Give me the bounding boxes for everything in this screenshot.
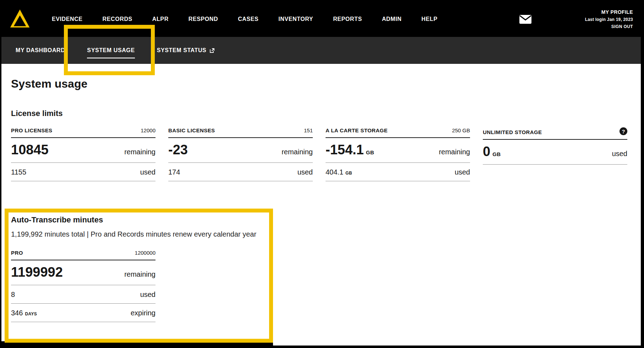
stat-value: 8 bbox=[11, 291, 15, 299]
license-card-basic: BASIC LICENSES 151 -23 remaining 174 use… bbox=[168, 127, 313, 181]
license-cards-grid: PRO LICENSES 12000 10845 remaining 1155 … bbox=[11, 127, 631, 181]
stat-label: used bbox=[298, 168, 313, 176]
tab-my-dashboard[interactable]: MY DASHBOARD bbox=[16, 39, 65, 62]
stat-row-remaining: 1199992 remaining bbox=[11, 260, 155, 285]
card-header: PRO LICENSES 12000 bbox=[11, 127, 155, 138]
card-label: UNLIMITED STORAGE bbox=[483, 129, 542, 135]
stat-value: 1155 bbox=[11, 168, 26, 176]
help-icon[interactable]: ? bbox=[620, 127, 627, 135]
stat-unit: GB bbox=[345, 171, 352, 176]
card-header: BASIC LICENSES 151 bbox=[168, 127, 313, 138]
license-card-pro: PRO LICENSES 12000 10845 remaining 1155 … bbox=[11, 127, 155, 181]
stat-label: remaining bbox=[439, 148, 470, 156]
top-nav: EVIDENCE RECORDS ALPR RESPOND CASES INVE… bbox=[1, 1, 641, 37]
card-label: PRO bbox=[11, 250, 23, 256]
stat-number: 404.1 bbox=[326, 168, 343, 176]
screenshot-edge-shadow bbox=[1, 341, 273, 346]
card-header: A LA CARTE STORAGE 250 GB bbox=[326, 127, 470, 138]
stat-unit: DAYS bbox=[25, 311, 37, 316]
stat-row-used: 174 used bbox=[168, 163, 313, 181]
license-card-unlimited-storage: UNLIMITED STORAGE ? 0 GB used bbox=[483, 127, 627, 181]
stat-value: 10845 bbox=[11, 142, 49, 158]
nav-item-inventory[interactable]: INVENTORY bbox=[278, 16, 313, 22]
stat-label: used bbox=[455, 168, 470, 176]
mail-envelope-icon bbox=[519, 15, 532, 24]
nav-item-admin[interactable]: ADMIN bbox=[382, 16, 402, 22]
nav-item-alpr[interactable]: ALPR bbox=[152, 16, 169, 22]
card-total: 151 bbox=[304, 127, 313, 133]
nav-right-group: MY PROFILE Last login Jan 19, 2023 SIGN … bbox=[519, 9, 641, 29]
license-card-alacarte-storage: A LA CARTE STORAGE 250 GB -154.1 GB rema… bbox=[326, 127, 470, 181]
stat-row-used: 1155 used bbox=[11, 163, 155, 181]
main-content: System usage License limits PRO LICENSES… bbox=[1, 77, 641, 322]
mail-icon[interactable] bbox=[519, 15, 532, 24]
auto-transcribe-subtitle: 1,199,992 minutes total | Pro and Record… bbox=[11, 230, 631, 238]
nav-item-cases[interactable]: CASES bbox=[238, 16, 258, 22]
stat-value: -154.1 GB bbox=[326, 142, 374, 158]
card-total: 1200000 bbox=[135, 250, 155, 256]
stat-row-remaining: 10845 remaining bbox=[11, 138, 155, 163]
nav-item-reports[interactable]: REPORTS bbox=[333, 16, 362, 22]
card-total: 250 GB bbox=[452, 127, 470, 133]
stat-number: -154.1 bbox=[326, 142, 364, 158]
nav-item-evidence[interactable]: EVIDENCE bbox=[52, 16, 83, 22]
stat-value: 346 DAYS bbox=[11, 309, 37, 317]
dashboard-tabbar: MY DASHBOARD SYSTEM USAGE SYSTEM STATUS bbox=[1, 37, 641, 64]
stat-row-remaining: -154.1 GB remaining bbox=[326, 138, 470, 163]
auto-transcribe-title: Auto-Transcribe minutes bbox=[11, 215, 631, 225]
page-title: System usage bbox=[11, 77, 631, 90]
stat-label: remaining bbox=[282, 148, 313, 156]
external-link-icon bbox=[209, 48, 215, 54]
nav-item-records[interactable]: RECORDS bbox=[103, 16, 132, 22]
stat-row-expiring: 346 DAYS expiring bbox=[11, 304, 155, 322]
stat-unit: GB bbox=[492, 151, 501, 157]
card-label: A LA CARTE STORAGE bbox=[326, 127, 388, 133]
stat-label: expiring bbox=[131, 309, 155, 317]
stat-label: remaining bbox=[124, 270, 155, 278]
stat-label: used bbox=[612, 150, 627, 158]
tab-system-status[interactable]: SYSTEM STATUS bbox=[157, 39, 215, 62]
profile-block: MY PROFILE Last login Jan 19, 2023 SIGN … bbox=[585, 9, 641, 29]
stat-row-used: 0 GB used bbox=[483, 140, 627, 165]
axon-delta-icon bbox=[9, 8, 31, 30]
stat-value: -23 bbox=[168, 142, 188, 158]
stat-label: used bbox=[140, 291, 155, 299]
auto-transcribe-section: Auto-Transcribe minutes 1,199,992 minute… bbox=[11, 215, 631, 322]
stat-row-used: 404.1 GB used bbox=[326, 163, 470, 181]
card-header: UNLIMITED STORAGE ? bbox=[483, 127, 627, 140]
last-login-text: Last login Jan 19, 2023 bbox=[585, 17, 633, 22]
stat-number: 0 bbox=[483, 144, 490, 159]
nav-item-respond[interactable]: RESPOND bbox=[189, 16, 218, 22]
stat-label: remaining bbox=[124, 148, 155, 156]
license-limits-title: License limits bbox=[11, 109, 631, 118]
nav-item-help[interactable]: HELP bbox=[421, 16, 437, 22]
primary-nav: EVIDENCE RECORDS ALPR RESPOND CASES INVE… bbox=[38, 16, 437, 22]
stat-row-remaining: -23 remaining bbox=[168, 138, 313, 163]
stat-row-used: 8 used bbox=[11, 285, 155, 304]
card-label: PRO LICENSES bbox=[11, 127, 53, 133]
stat-number: 346 bbox=[11, 309, 23, 317]
my-profile-link[interactable]: MY PROFILE bbox=[585, 9, 633, 15]
stat-label: used bbox=[140, 168, 155, 176]
stat-value: 174 bbox=[168, 168, 180, 176]
app-window: EVIDENCE RECORDS ALPR RESPOND CASES INVE… bbox=[0, 0, 644, 348]
axon-logo[interactable] bbox=[1, 1, 38, 37]
card-total: 12000 bbox=[141, 127, 155, 133]
stat-value: 404.1 GB bbox=[326, 168, 352, 176]
auto-transcribe-card-pro: PRO 1200000 1199992 remaining 8 used 346… bbox=[11, 250, 155, 322]
tab-system-usage[interactable]: SYSTEM USAGE bbox=[87, 39, 135, 62]
stat-value: 0 GB bbox=[483, 144, 501, 159]
card-label: BASIC LICENSES bbox=[168, 127, 215, 133]
stat-unit: GB bbox=[366, 149, 374, 155]
tab-system-status-label: SYSTEM STATUS bbox=[157, 47, 207, 54]
stat-value: 1199992 bbox=[11, 265, 63, 280]
sign-out-link[interactable]: SIGN OUT bbox=[585, 24, 633, 29]
card-header: PRO 1200000 bbox=[11, 250, 155, 260]
